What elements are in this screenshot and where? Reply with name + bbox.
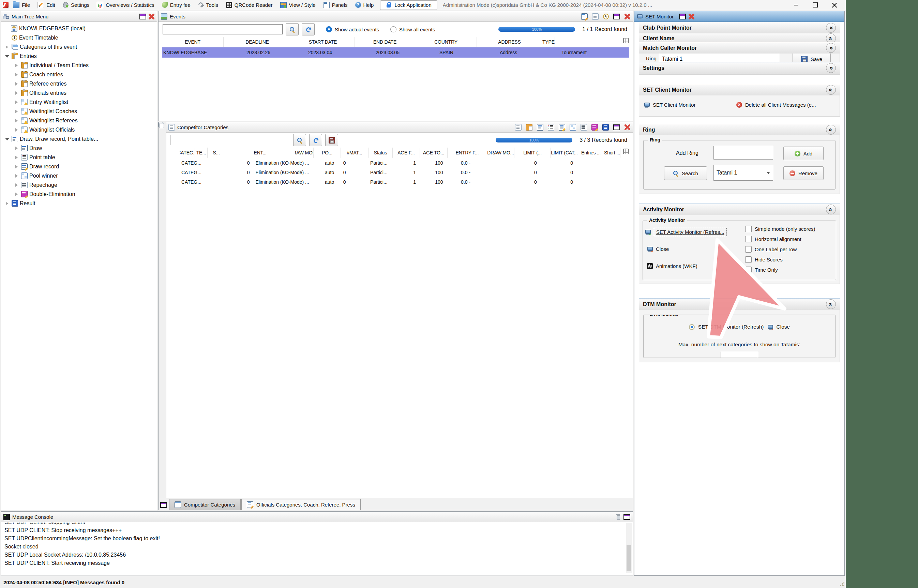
tree-item[interactable]: Event Timetable [1,33,157,42]
menu-item[interactable]: Settings [59,2,93,8]
events-selected-row[interactable]: KNOWLEDGEBASE 2023.02.26 2023.03.04 2023… [162,47,629,58]
events-column-header[interactable]: COUNTRY [415,37,477,47]
checkbox-box[interactable] [745,226,752,232]
categories-column-header[interactable]: CATEG... [179,148,195,158]
categories-column-header[interactable]: LIMIT (... [514,148,551,158]
search-button[interactable] [286,23,299,36]
tree-item[interactable]: Pool winner [1,171,157,180]
events-search-input[interactable] [163,24,283,34]
activity-checkbox[interactable]: Time Only [745,267,815,273]
numbered-list-icon[interactable] [548,124,554,131]
tree-expander[interactable] [5,53,10,59]
menu-item[interactable]: QRCode Reader [222,2,276,8]
pool-table-icon[interactable] [570,124,576,131]
activity-checkbox[interactable]: Horizontal alignment [745,236,815,242]
tree-item[interactable]: Referee entries [1,79,157,88]
scrollbar-thumb[interactable] [627,545,631,571]
activity-close-link[interactable]: Close [647,246,669,252]
categories-column-header[interactable]: DRAW MO... [487,148,514,158]
report-icon[interactable] [515,124,522,131]
categories-column-header[interactable]: PO... [314,148,341,158]
tree-item[interactable]: Categories of this event [1,42,157,52]
set-client-monitor-section-header[interactable]: SET Client Monitor « [639,84,840,95]
close-icon[interactable] [624,124,630,130]
add-button[interactable]: Add [783,147,824,160]
tree-expander[interactable] [14,81,19,87]
tree-expander[interactable] [5,136,10,142]
category-row[interactable]: CATEG... 0 Elimination (KO-Mode) ... aut… [179,168,630,177]
menu-item[interactable]: File [9,2,34,8]
collapse-button[interactable]: « [826,85,836,95]
menu-item[interactable]: View / Style [276,2,319,8]
categories-column-header[interactable]: Short ... [604,148,621,158]
checkbox-box[interactable] [745,267,752,273]
tree-expander[interactable] [14,127,19,132]
monitor-section-header[interactable]: Settings « [639,62,840,74]
add-ring-input[interactable] [713,146,773,160]
save-list-button[interactable] [325,134,338,146]
events-column-header[interactable]: TYPE [542,37,555,47]
checkbox-box[interactable] [745,236,752,242]
clock-icon[interactable] [603,14,609,19]
expand-button[interactable]: « [826,63,836,73]
monitor-section-header[interactable]: Match Caller Monitor « [639,42,840,53]
menu-item[interactable]: Panels [319,2,351,8]
radio-dot[interactable] [326,26,332,32]
tree-expander[interactable] [5,35,10,40]
menu-item[interactable]: Entry fee [158,2,194,8]
categories-column-header[interactable]: DRAW MODE [295,148,314,158]
result-list-icon[interactable] [602,124,609,131]
resize-grip[interactable] [840,582,844,586]
close-icon[interactable] [624,14,630,19]
window-restore-icon[interactable] [613,14,620,19]
categories-column-header[interactable]: ENTRY F... [448,148,487,158]
form-icon[interactable] [537,124,543,131]
tree-expander[interactable] [5,201,10,206]
activity-checkbox[interactable]: Simple mode (only scores) [745,226,815,232]
tree-expander[interactable] [14,145,19,151]
tree-expander[interactable] [14,90,19,96]
tree-item[interactable]: Individual / Team Entries [1,61,157,70]
set-activity-monitor-refresh-link[interactable]: SET Activity Monitor (Refres... [645,228,727,236]
console-scrollbar[interactable] [626,523,632,573]
categories-column-header[interactable]: TE... [195,148,208,158]
tree-expander[interactable] [14,164,19,170]
tree-item[interactable]: Waitinglist Referees [1,116,157,125]
window-restore-icon[interactable] [679,14,686,19]
tree-expander[interactable] [14,109,19,114]
delete-all-client-messages-link[interactable]: Delete all Client Messages (e... [736,102,816,108]
window-restore-icon[interactable] [139,14,146,19]
events-column-header[interactable]: END DATE [355,37,415,47]
events-column-header[interactable]: START DATE [291,37,355,47]
categories-column-header[interactable]: #MAT... [341,148,368,158]
remove-button[interactable]: Remove [783,166,824,180]
tree-expander[interactable] [14,118,19,123]
checkbox-box[interactable] [745,246,752,253]
column-chooser-icon[interactable] [623,38,629,43]
tree-item[interactable]: Waitinglist Coaches [1,107,157,116]
set-dtm-monitor-refresh-link[interactable]: SET DTM Monitor (Refresh) [698,324,764,330]
collapse-button[interactable]: « [826,125,836,135]
animations-wkf-link[interactable]: Animations (WKF) [647,263,697,269]
categories-column-header[interactable]: Entries ... [578,148,604,158]
menu-item[interactable]: Edit [34,2,59,8]
trash-icon[interactable] [615,514,621,520]
copy-pages-icon[interactable] [160,123,164,128]
tree-expander[interactable] [4,26,9,31]
rows-icon[interactable] [580,124,587,131]
tree-item[interactable]: Draw [1,144,157,153]
bottom-tab[interactable]: Competitor Categories [169,499,241,510]
tree-expander[interactable] [14,192,19,197]
categories-column-header[interactable]: AGE TO... [420,148,448,158]
categories-column-header[interactable]: ENT... [225,148,295,158]
expand-button[interactable]: « [826,43,836,53]
show-actual-events-radio[interactable]: Show actual events [326,26,379,32]
window-restore-icon[interactable] [160,502,167,508]
show-all-events-radio[interactable]: Show all events [390,26,435,32]
dtm-monitor-section-header[interactable]: DTM Monitor « [639,298,840,310]
expand-button[interactable]: « [826,23,836,33]
events-column-header[interactable]: ADDRESS [477,37,542,47]
tree-item[interactable]: Double-Elimination [1,189,157,199]
tree-item[interactable]: Draw record [1,162,157,171]
set-client-monitor-link[interactable]: SET Client Monitor [644,102,696,108]
